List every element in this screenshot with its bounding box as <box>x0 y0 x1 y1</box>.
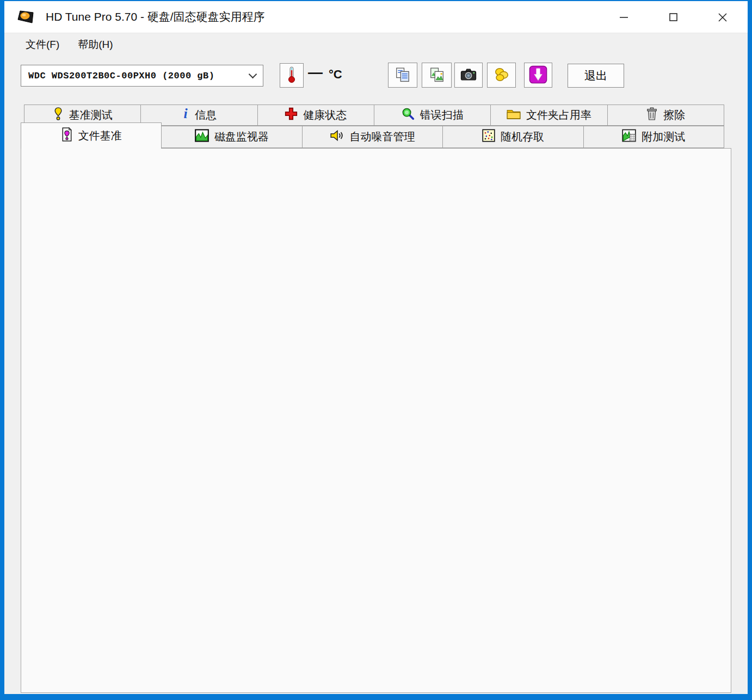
tab-scan[interactable]: 错误扫描 <box>374 105 491 126</box>
disk-monitor-icon <box>195 129 209 145</box>
tab-health[interactable]: 健康状态 <box>257 105 374 126</box>
info-icon: i <box>182 107 189 124</box>
minimize-button[interactable] <box>612 8 635 28</box>
save-button[interactable] <box>524 63 552 88</box>
window-title: HD Tune Pro 5.70 - 硬盘/固态硬盘实用程序 <box>46 1 265 33</box>
folder-icon <box>507 108 521 122</box>
temperature-value: — <box>308 64 323 81</box>
minimize-icon <box>619 13 628 23</box>
tab-label: 随机存取 <box>501 130 544 144</box>
menu-item-1[interactable]: 帮助(H) <box>69 34 122 55</box>
app-window: HD Tune Pro 5.70 - 硬盘/固态硬盘实用程序 文件(F)帮助(H… <box>0 0 752 700</box>
tab-label: 磁盘监视器 <box>214 130 269 144</box>
random-access-icon <box>482 129 495 145</box>
tab-disk-monitor[interactable]: 磁盘监视器 <box>161 126 302 148</box>
download-icon <box>529 65 547 85</box>
tab-label: 自动噪音管理 <box>349 130 415 144</box>
tab-label: 健康状态 <box>303 108 347 122</box>
health-icon <box>285 107 298 123</box>
screenshot-button[interactable] <box>454 63 483 88</box>
camera-icon <box>460 67 477 84</box>
thermometer-icon <box>285 66 299 85</box>
close-icon <box>718 13 728 24</box>
drive-select[interactable]: WDC WDS200T2B0C-00PXH0 (2000 gB) <box>21 65 263 87</box>
tab-folder[interactable]: 文件夹占用率 <box>490 105 607 126</box>
maximize-button[interactable] <box>662 8 685 28</box>
maximize-icon <box>669 13 678 23</box>
tab-speaker[interactable]: 自动噪音管理 <box>302 126 443 148</box>
options-button[interactable] <box>487 63 516 88</box>
copy-text-icon <box>395 66 411 84</box>
temperature-button[interactable] <box>280 63 304 88</box>
tab-extra-tests[interactable]: 附加测试 <box>583 126 724 148</box>
close-button[interactable] <box>711 8 734 28</box>
app-icon <box>16 9 36 24</box>
extra-tests-icon <box>622 129 636 145</box>
tab-label: 信息 <box>195 108 217 122</box>
tab-label: 文件基准 <box>78 128 122 143</box>
copy-text-button[interactable] <box>388 63 417 88</box>
copy-image-icon <box>429 66 445 84</box>
chevron-down-icon <box>249 70 257 79</box>
exclamation-icon <box>53 107 64 124</box>
tab-file-benchmark[interactable]: 文件基准 <box>21 122 162 149</box>
svg-text:i: i <box>183 107 188 121</box>
tab-erase[interactable]: 擦除 <box>607 105 724 126</box>
file-benchmark-panel <box>21 148 731 693</box>
drive-select-value: WDC WDS200T2B0C-00PXH0 (2000 gB) <box>28 71 214 81</box>
scan-icon <box>402 107 415 123</box>
tab-label: 错误扫描 <box>420 108 464 122</box>
copy-image-button[interactable] <box>422 63 452 88</box>
speaker-icon <box>330 129 344 145</box>
menu-bar: 文件(F)帮助(H) <box>4 33 748 56</box>
tab-label: 基准测试 <box>69 108 113 122</box>
tab-label: 擦除 <box>663 108 685 122</box>
title-bar: HD Tune Pro 5.70 - 硬盘/固态硬盘实用程序 <box>4 1 748 33</box>
coins-icon <box>494 66 510 84</box>
tab-label: 附加测试 <box>642 130 685 144</box>
exit-button[interactable]: 退出 <box>568 64 624 88</box>
temperature-unit: °C <box>329 67 342 82</box>
tab-label: 文件夹占用率 <box>526 108 591 122</box>
erase-icon <box>646 107 658 124</box>
menu-item-0[interactable]: 文件(F) <box>16 34 69 55</box>
file-benchmark-icon <box>61 127 73 145</box>
tab-random-access[interactable]: 随机存取 <box>442 126 583 148</box>
